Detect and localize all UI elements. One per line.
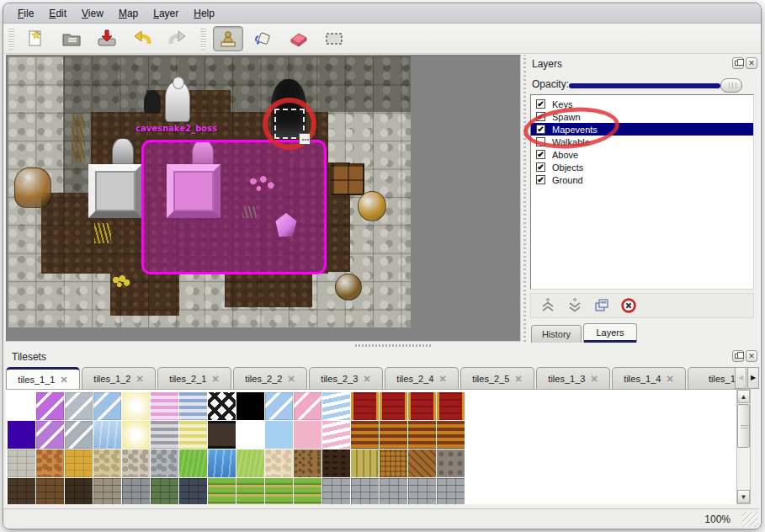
tile-cobbles[interactable]	[265, 450, 293, 477]
map-canvas[interactable]: cavesnake2_boss	[6, 55, 521, 342]
tab-close-icon[interactable]: ✕	[590, 374, 598, 385]
scrollbar-thumb[interactable]	[737, 404, 750, 448]
layer-checkbox[interactable]	[536, 137, 545, 146]
tile-stripes[interactable]	[151, 421, 178, 449]
layer-row-above[interactable]: ✔Above	[531, 148, 753, 161]
tile-brick[interactable]	[36, 478, 64, 504]
tile-brick[interactable]	[322, 478, 350, 504]
toolbar-grip[interactable]	[8, 28, 14, 50]
tileset-tab-tiles_1_1[interactable]: tiles_1_1✕	[6, 367, 80, 390]
tile-stripes[interactable]	[179, 392, 207, 420]
menu-edit[interactable]: Edit	[41, 5, 74, 22]
map-item-urn[interactable]	[14, 168, 51, 208]
tileset-tab-tiles_2_2[interactable]: tiles_2_2✕	[233, 367, 307, 390]
tab-close-icon[interactable]: ✕	[363, 374, 370, 385]
tile-grassflowers[interactable]	[208, 478, 236, 504]
tile-stone[interactable]	[65, 450, 93, 477]
tile-dirtspeck[interactable]	[294, 450, 321, 477]
menu-file[interactable]: File	[10, 5, 41, 22]
tile-brick[interactable]	[408, 478, 436, 504]
layer-checkbox[interactable]: ✔	[536, 175, 545, 184]
tab-close-icon[interactable]: ✕	[211, 374, 219, 385]
layer-checkbox[interactable]: ✔	[536, 162, 545, 172]
tile-logs[interactable]	[437, 450, 465, 477]
tab-close-icon[interactable]: ✕	[60, 375, 67, 386]
tile-water[interactable]	[208, 450, 236, 477]
tile-water[interactable]	[93, 421, 121, 449]
open-button[interactable]	[56, 26, 87, 51]
layer-delete-button[interactable]	[619, 295, 639, 316]
layer-checkbox[interactable]: ✔	[536, 99, 545, 109]
tile-solid[interactable]	[8, 392, 35, 420]
tile-carpet[interactable]	[351, 392, 379, 420]
map-item-crate[interactable]	[331, 163, 364, 195]
opacity-slider-track[interactable]	[569, 83, 720, 88]
map-item-plate[interactable]	[88, 164, 142, 218]
tab-close-icon[interactable]: ✕	[287, 374, 295, 385]
tile-grass[interactable]	[236, 450, 264, 477]
tile-crystal[interactable]	[294, 392, 321, 420]
panel-close-button[interactable]: ✕	[746, 350, 757, 362]
scroll-down-button[interactable]: ▼	[737, 490, 750, 503]
layer-row-keys[interactable]: ✔Keys	[531, 98, 753, 110]
tileset-tab-tiles_1_2[interactable]: tiles_1_2✕	[82, 367, 156, 390]
tile-ribbon[interactable]	[322, 392, 350, 420]
layer-checkbox[interactable]: ✔	[536, 112, 545, 121]
tile-carpet[interactable]	[408, 392, 436, 420]
tile-cobbles[interactable]	[151, 450, 178, 477]
layer-row-ground[interactable]: ✔Ground	[531, 173, 753, 186]
horizontal-splitter[interactable]	[3, 343, 759, 348]
menu-view[interactable]: View	[74, 5, 111, 22]
tile-stripes[interactable]	[151, 392, 178, 420]
tile-ribbon[interactable]	[322, 421, 350, 449]
tile-grassflowers[interactable]	[265, 478, 293, 504]
layer-row-walkable[interactable]: Walkable	[531, 136, 753, 148]
tile-brick[interactable]	[151, 478, 178, 504]
tile-grassflowers[interactable]	[236, 478, 264, 504]
tile-carpet[interactable]	[437, 392, 465, 420]
toolbar-grip[interactable]	[200, 28, 206, 50]
tile-brick[interactable]	[437, 478, 465, 504]
map-item-flowers[interactable]	[112, 275, 130, 289]
menu-layer[interactable]: Layer	[146, 5, 186, 22]
tile-stripes[interactable]	[380, 421, 407, 449]
dock-tab-layers[interactable]: Layers	[583, 323, 637, 343]
tile-brick[interactable]	[351, 478, 379, 504]
tileset-tab-tiles_2_5[interactable]: tiles_2_5✕	[460, 367, 534, 390]
tile-cobbles[interactable]	[36, 450, 64, 477]
layer-row-objects[interactable]: ✔Objects	[531, 161, 753, 173]
tileset-tab-tiles_2_4[interactable]: tiles_2_4✕	[385, 367, 459, 390]
tile-stone[interactable]	[8, 450, 35, 477]
map-item-figure[interactable]	[144, 90, 161, 114]
tile-brick[interactable]	[93, 478, 121, 504]
tile-stripes[interactable]	[437, 421, 465, 449]
tile-cobbles[interactable]	[122, 450, 150, 477]
layer-raise-button[interactable]	[538, 295, 558, 316]
fill-tool-button[interactable]	[248, 26, 279, 51]
dock-tab-history[interactable]: History	[531, 325, 582, 343]
tile-brick[interactable]	[179, 478, 207, 504]
tab-close-icon[interactable]: ✕	[135, 374, 143, 385]
layer-lower-button[interactable]	[565, 295, 585, 316]
map-selection-rectangle[interactable]	[141, 140, 327, 274]
scroll-up-button[interactable]: ▲	[737, 390, 750, 403]
map-item-pot[interactable]	[358, 191, 386, 221]
tile-crystal[interactable]	[65, 392, 93, 420]
layer-duplicate-button[interactable]	[592, 295, 612, 316]
tile-brick[interactable]	[8, 478, 35, 504]
menu-map[interactable]: Map	[111, 5, 146, 22]
tile-carpet[interactable]	[380, 392, 407, 420]
tile-grass[interactable]	[179, 450, 207, 477]
tileset-tab-tiles_1_4[interactable]: tiles_1_4✕	[612, 367, 686, 390]
tile-stripes[interactable]	[408, 421, 436, 449]
tile-solid[interactable]	[236, 392, 264, 420]
tile-herringbone[interactable]	[408, 450, 436, 477]
tile-glow[interactable]	[122, 421, 150, 449]
tile-brick[interactable]	[380, 478, 407, 504]
map-item-plant[interactable]	[72, 115, 85, 162]
layer-checkbox[interactable]: ✔	[536, 125, 545, 134]
tile-cobbles[interactable]	[93, 450, 121, 477]
map-item-pot[interactable]	[335, 274, 362, 301]
tile-solid[interactable]	[294, 421, 321, 449]
tile-stripes[interactable]	[179, 421, 207, 449]
